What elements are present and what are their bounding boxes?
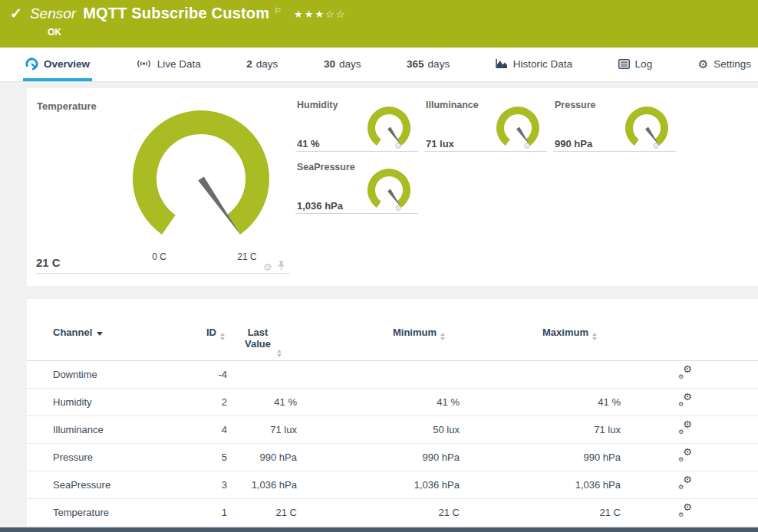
- primary-channel-value: 21 C: [36, 256, 61, 269]
- channel-value: 71 lux: [426, 138, 454, 149]
- column-header-maximum[interactable]: Maximum: [460, 327, 621, 340]
- prtg-sensor-page: ✓ Sensor MQTT Subscribe Custom ⚐ ★★★☆☆ O…: [0, 0, 758, 532]
- table-row-seapressure[interactable]: SeaPressure 3 1,036 hPa 1,036 hPa 1,036 …: [27, 471, 758, 499]
- status-check-icon: ✓: [10, 5, 22, 22]
- channel-panel-pressure: Pressure 990 hPa ⚙: [553, 96, 676, 152]
- tab-overview[interactable]: Overview: [23, 48, 92, 81]
- status-badge: OK: [48, 27, 61, 38]
- gear-icon[interactable]: ⚙: [394, 142, 402, 150]
- gear-icon[interactable]: ⚙: [652, 142, 660, 150]
- log-icon: [618, 59, 630, 69]
- gauge-scale-min: 0 C: [142, 251, 176, 262]
- edit-channel-gears-icon[interactable]: ⚙⚙: [678, 366, 692, 380]
- gear-icon[interactable]: ⚙: [394, 204, 402, 212]
- gauges-panel: Temperature 0 C 21 C 21 C ⚙ Humidity 41 …: [27, 88, 758, 286]
- channel-value: 41 %: [297, 138, 320, 149]
- channel-name: Pressure: [555, 100, 596, 110]
- channel-panel-seapressure: SeaPressure 1,036 hPa ⚙: [295, 158, 418, 214]
- gear-icon: ⚙: [698, 58, 708, 70]
- channel-name: Humidity: [297, 100, 338, 110]
- column-header-last-value[interactable]: Last Value: [227, 327, 297, 350]
- primary-panel-controls: ⚙: [263, 260, 285, 274]
- edit-channel-gears-icon[interactable]: ⚙⚙: [678, 477, 692, 491]
- mini-panel-controls: ⚙: [394, 142, 406, 150]
- channels-table-panel: Channel ID Last Value Minimum Maximum Do…: [27, 299, 758, 528]
- broadcast-icon: [136, 58, 152, 69]
- sort-icon: [440, 333, 445, 340]
- tab-historic-data[interactable]: Historic Data: [493, 48, 575, 81]
- sensor-header: ✓ Sensor MQTT Subscribe Custom ⚐ ★★★☆☆ O…: [0, 0, 758, 48]
- mini-panel-controls: ⚙: [652, 142, 664, 150]
- mini-panel-controls: ⚙: [394, 204, 406, 212]
- tab-settings[interactable]: ⚙ Settings: [696, 48, 753, 81]
- priority-stars[interactable]: ★★★☆☆: [294, 8, 346, 20]
- pin-icon[interactable]: [278, 260, 285, 274]
- mini-panel-controls: ⚙: [523, 142, 535, 150]
- channel-panel-humidity: Humidity 41 % ⚙: [295, 96, 418, 152]
- sensor-title: MQTT Subscribe Custom: [83, 5, 269, 22]
- gauge-scale-max: 21 C: [229, 251, 265, 262]
- channel-value: 990 hPa: [555, 138, 592, 149]
- table-row-temperature[interactable]: Temperature 1 21 C 21 C 21 C ⚙⚙: [27, 499, 758, 527]
- column-header-id[interactable]: ID: [173, 327, 227, 340]
- table-row-downtime[interactable]: Downtime -4 ⚙⚙: [27, 361, 758, 389]
- tab-bar: Overview Live Data 2 days 30 days 365 da…: [0, 48, 758, 82]
- edit-channel-gears-icon[interactable]: ⚙⚙: [678, 394, 692, 408]
- tab-2-days[interactable]: 2 days: [244, 48, 280, 81]
- area-chart-icon: [496, 58, 508, 69]
- table-header-row: Channel ID Last Value Minimum Maximum: [27, 322, 758, 361]
- table-row-humidity[interactable]: Humidity 2 41 % 41 % 41 % ⚙⚙: [27, 389, 758, 416]
- sort-icon: [220, 333, 225, 340]
- content-area: Temperature 0 C 21 C 21 C ⚙ Humidity 41 …: [0, 82, 758, 532]
- gear-icon[interactable]: ⚙: [523, 142, 531, 150]
- edit-channel-gears-icon[interactable]: ⚙⚙: [678, 449, 692, 463]
- channel-name: SeaPressure: [297, 162, 355, 172]
- tab-30-days[interactable]: 30 days: [321, 48, 364, 81]
- sort-desc-icon: [97, 332, 103, 336]
- edit-channel-gears-icon[interactable]: ⚙⚙: [678, 422, 692, 435]
- table-body: Downtime -4 ⚙⚙ Humidity 2 41 % 41 % 41 %…: [27, 361, 758, 527]
- temperature-gauge: [130, 108, 272, 252]
- sort-icon: [592, 333, 597, 340]
- sort-icon: [277, 350, 282, 357]
- sensor-kind-label: Sensor: [30, 5, 76, 22]
- tab-live-data[interactable]: Live Data: [133, 48, 203, 81]
- gear-icon[interactable]: ⚙: [263, 262, 272, 272]
- bottom-bar: [0, 527, 758, 532]
- channel-value: 1,036 hPa: [297, 200, 343, 212]
- tab-365-days[interactable]: 365 days: [404, 48, 452, 81]
- divider: [36, 273, 289, 274]
- primary-channel-name: Temperature: [37, 100, 97, 112]
- table-row-pressure[interactable]: Pressure 5 990 hPa 990 hPa 990 hPa ⚙⚙: [27, 444, 758, 471]
- channel-panel-illuminance: Illuminance 71 lux ⚙: [424, 96, 547, 152]
- channel-name: Illuminance: [426, 100, 479, 110]
- flag-icon[interactable]: ⚐: [274, 6, 282, 16]
- tab-log[interactable]: Log: [616, 48, 655, 81]
- table-row-illuminance[interactable]: Illuminance 4 71 lux 50 lux 71 lux ⚙⚙: [27, 416, 758, 444]
- column-header-minimum[interactable]: Minimum: [297, 327, 460, 340]
- gauge-icon: [25, 57, 38, 71]
- edit-channel-gears-icon[interactable]: ⚙⚙: [678, 504, 692, 518]
- column-header-channel[interactable]: Channel: [27, 327, 173, 338]
